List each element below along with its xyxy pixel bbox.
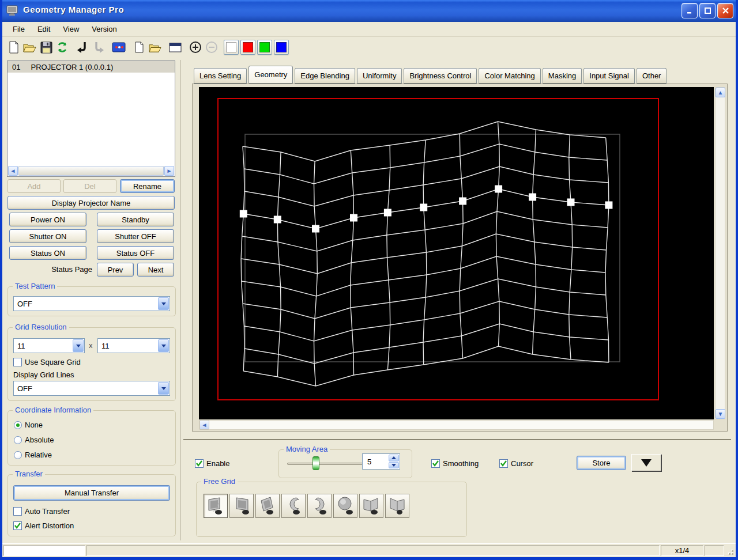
grid-resolution-h-select[interactable]: 11 xyxy=(13,338,85,353)
enable-checkbox[interactable]: Enable xyxy=(195,459,229,468)
open-file-icon[interactable] xyxy=(22,39,38,55)
swatch-white-button[interactable] xyxy=(224,40,239,55)
status-off-button[interactable]: Status OFF xyxy=(97,246,174,260)
tab-masking[interactable]: Masking xyxy=(543,68,582,84)
open-layout-icon[interactable] xyxy=(147,39,163,55)
next-button[interactable]: Next xyxy=(137,263,174,277)
scrollbar-thumb[interactable] xyxy=(18,166,164,176)
radio-icon[interactable] xyxy=(14,436,22,444)
radio-none[interactable]: None xyxy=(14,421,43,429)
tab-color-matching[interactable]: Color Matching xyxy=(479,68,540,84)
store-dropdown-button[interactable] xyxy=(631,454,661,471)
canvas-hscrollbar[interactable]: ◄ xyxy=(199,420,714,430)
display-projector-name-button[interactable]: Display Projector Name xyxy=(7,196,175,210)
test-pattern-select[interactable]: OFF xyxy=(13,296,170,311)
chevron-down-icon[interactable] xyxy=(158,382,169,395)
new-layout-icon[interactable] xyxy=(131,39,147,55)
tab-brightness-control[interactable]: Brightness Control xyxy=(404,68,477,84)
use-square-grid-checkbox[interactable]: Use Square Grid xyxy=(13,358,81,366)
new-file-icon[interactable] xyxy=(6,39,22,55)
swatch-blue-button[interactable] xyxy=(274,40,289,55)
menu-edit[interactable]: Edit xyxy=(32,23,56,35)
tab-input-signal[interactable]: Input Signal xyxy=(583,68,635,84)
mesh-handle[interactable] xyxy=(384,209,391,217)
mesh-handle[interactable] xyxy=(529,194,536,201)
mesh-handle[interactable] xyxy=(240,210,247,218)
grid-resolution-v-select[interactable]: 11 xyxy=(97,338,170,353)
free-grid-tool-tilted-screen[interactable] xyxy=(255,494,280,518)
save-icon[interactable] xyxy=(38,39,54,55)
auto-transfer-checkbox[interactable]: Auto Transfer xyxy=(13,507,70,516)
tab-lens-setting[interactable]: Lens Setting xyxy=(194,68,247,84)
distortion-mesh[interactable] xyxy=(199,87,714,419)
radio-icon[interactable] xyxy=(14,421,22,429)
free-grid-tool-cylinder-concave[interactable] xyxy=(281,494,306,518)
moving-area-slider-thumb[interactable] xyxy=(312,456,319,470)
tab-other[interactable]: Other xyxy=(637,68,667,84)
projector-list-item[interactable]: 01 PROJECTOR 1 (0.0.0.1) xyxy=(7,61,175,73)
projector-list-hscrollbar[interactable]: ◄ ► xyxy=(8,166,174,176)
store-button[interactable]: Store xyxy=(577,456,626,470)
smoothing-checkbox[interactable]: Smoothing xyxy=(431,459,479,468)
menu-version[interactable]: Version xyxy=(86,23,122,35)
swatch-green-button[interactable] xyxy=(257,40,272,55)
checkbox-icon[interactable] xyxy=(13,521,22,530)
radio-relative[interactable]: Relative xyxy=(14,451,52,459)
prev-button[interactable]: Prev xyxy=(97,263,134,277)
monitor-rgb-icon[interactable] xyxy=(111,39,127,55)
swatch-red-button[interactable] xyxy=(240,40,255,55)
scroll-down-icon[interactable]: ▼ xyxy=(716,409,725,419)
checkbox-icon[interactable] xyxy=(499,459,508,468)
free-grid-tool-cylinder-column[interactable] xyxy=(307,494,332,518)
chevron-down-icon[interactable] xyxy=(158,339,169,352)
scroll-right-icon[interactable]: ► xyxy=(164,166,174,176)
screen-window-icon[interactable] xyxy=(167,39,183,55)
mesh-handle[interactable] xyxy=(567,199,575,206)
checkbox-icon[interactable] xyxy=(195,459,204,468)
mesh-handle[interactable] xyxy=(312,225,319,233)
cursor-checkbox[interactable]: Cursor xyxy=(499,459,533,468)
radio-absolute[interactable]: Absolute xyxy=(14,436,54,444)
free-grid-tool-corner-screen-right[interactable] xyxy=(385,494,409,518)
shutter-on-button[interactable]: Shutter ON xyxy=(9,229,86,243)
chevron-down-icon[interactable] xyxy=(73,339,84,352)
mesh-handle[interactable] xyxy=(350,214,357,222)
geometry-canvas[interactable] xyxy=(199,87,714,419)
mesh-handle[interactable] xyxy=(459,198,466,205)
mesh-handle[interactable] xyxy=(274,216,281,224)
free-grid-tool-flat-screen-right[interactable] xyxy=(229,494,254,518)
power-on-button[interactable]: Power ON xyxy=(9,213,86,226)
undo-icon[interactable] xyxy=(74,39,91,55)
checkbox-icon[interactable] xyxy=(13,507,22,516)
standby-button[interactable]: Standby xyxy=(97,213,174,226)
moving-area-spinner[interactable]: 5 xyxy=(362,453,400,470)
projector-list[interactable]: 01 PROJECTOR 1 (0.0.0.1) ◄ ► xyxy=(7,60,175,177)
moving-area-slider-track[interactable] xyxy=(287,463,370,465)
free-grid-tool-flat-screen-left[interactable] xyxy=(204,494,228,518)
tab-geometry[interactable]: Geometry xyxy=(248,66,293,84)
mesh-handle[interactable] xyxy=(605,202,612,209)
maximize-button[interactable] xyxy=(699,3,716,18)
rename-button[interactable]: Rename xyxy=(120,179,175,193)
menu-file[interactable]: File xyxy=(7,23,31,35)
close-button[interactable] xyxy=(717,3,733,18)
minimize-button[interactable] xyxy=(681,3,698,18)
scroll-left-icon[interactable]: ◄ xyxy=(8,166,18,176)
shutter-off-button[interactable]: Shutter OFF xyxy=(97,229,174,243)
radio-icon[interactable] xyxy=(14,451,22,459)
alert-distortion-checkbox[interactable]: Alert Distortion xyxy=(13,521,74,530)
checkbox-icon[interactable] xyxy=(13,358,22,366)
mesh-handle[interactable] xyxy=(420,204,427,211)
canvas-vscrollbar[interactable]: ▲ ▼ xyxy=(715,87,725,419)
tab-uniformity[interactable]: Uniformity xyxy=(357,68,402,84)
spin-down-icon[interactable] xyxy=(389,462,399,469)
chevron-down-icon[interactable] xyxy=(158,297,169,310)
scroll-left-icon[interactable]: ◄ xyxy=(199,420,209,430)
checkbox-icon[interactable] xyxy=(431,459,440,468)
mesh-handle[interactable] xyxy=(495,186,502,193)
scroll-up-icon[interactable]: ▲ xyxy=(716,88,725,97)
tab-edge-blending[interactable]: Edge Blending xyxy=(295,68,355,84)
zoom-in-icon[interactable] xyxy=(187,39,204,55)
resize-grip[interactable] xyxy=(725,545,735,556)
free-grid-tool-corner-screen-left[interactable] xyxy=(359,494,383,518)
